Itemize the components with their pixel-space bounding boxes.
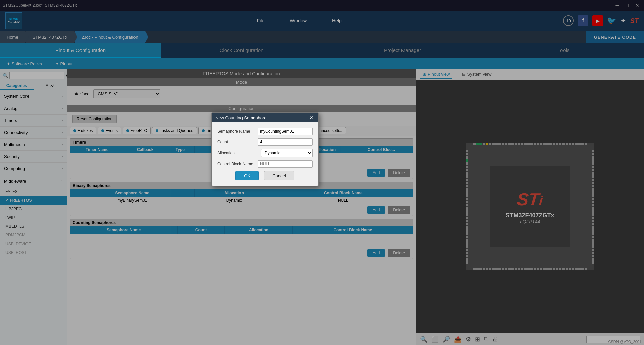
control-block-label: Control Block Name	[217, 162, 258, 166]
modal-overlay: New Counting Semaphore ✕ Semaphore Name …	[0, 0, 644, 345]
modal-buttons: OK Cancel	[217, 171, 313, 180]
modal-cancel-button[interactable]: Cancel	[264, 171, 294, 180]
control-block-input[interactable]	[258, 160, 313, 168]
count-label: Count	[217, 140, 258, 144]
modal-ok-button[interactable]: OK	[235, 171, 259, 180]
semaphore-name-label: Semaphore Name	[217, 129, 258, 134]
new-counting-semaphore-modal: New Counting Semaphore ✕ Semaphore Name …	[211, 112, 319, 186]
modal-body: Semaphore Name Count Allocation Dynamic …	[212, 122, 318, 186]
modal-title: New Counting Semaphore	[215, 115, 266, 120]
semaphore-name-input[interactable]	[258, 128, 313, 135]
allocation-select[interactable]: Dynamic Static	[261, 149, 313, 157]
allocation-label: Allocation	[217, 151, 261, 155]
allocation-row: Allocation Dynamic Static	[217, 149, 313, 157]
modal-close-button[interactable]: ✕	[308, 115, 315, 120]
control-block-row: Control Block Name	[217, 160, 313, 168]
count-row: Count	[217, 138, 313, 146]
modal-titlebar: New Counting Semaphore ✕	[212, 113, 318, 122]
count-input[interactable]	[258, 138, 313, 146]
semaphore-name-row: Semaphore Name	[217, 128, 313, 135]
